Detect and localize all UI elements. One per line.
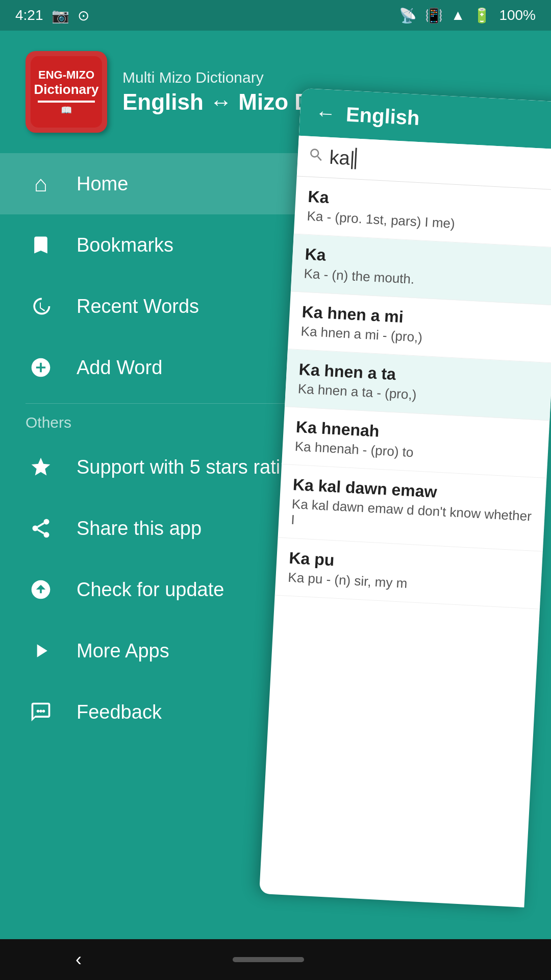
- svg-point-5: [37, 709, 40, 713]
- status-left: 4:21 📷 ⊙: [15, 7, 89, 24]
- status-right: 📡 📳 ▲ 🔋 100%: [399, 7, 536, 24]
- share-label: Share this app: [77, 518, 202, 540]
- app-subtitle: Multi Mizo Dictionary: [122, 69, 405, 86]
- add-word-label: Add Word: [77, 357, 162, 379]
- status-bar: 4:21 📷 ⊙ 📡 📳 ▲ 🔋 100%: [0, 0, 551, 31]
- battery-level: 100%: [499, 7, 536, 23]
- star-icon: [26, 452, 56, 482]
- overlay-title: English: [345, 103, 420, 129]
- svg-line-4: [38, 523, 44, 527]
- svg-point-6: [42, 709, 45, 713]
- search-input[interactable]: ka|: [329, 146, 357, 170]
- icon-line1: ENG-MIZO: [38, 68, 94, 82]
- more-apps-label: More Apps: [77, 640, 169, 662]
- feedback-icon: [26, 697, 56, 727]
- svg-point-1: [33, 526, 38, 531]
- share-icon: [26, 513, 56, 544]
- search-value: ka: [329, 146, 350, 169]
- wifi-icon: ▲: [451, 7, 465, 23]
- bookmarks-icon: [26, 230, 56, 260]
- main-content: ENG-MIZO Dictionary 📖 Multi Mizo Diction…: [0, 31, 551, 939]
- feedback-label: Feedback: [77, 701, 162, 723]
- home-icon: ⌂: [26, 168, 56, 199]
- icon-line2: Dictionary: [34, 82, 98, 97]
- add-icon: [26, 352, 56, 383]
- svg-point-0: [44, 519, 49, 525]
- back-button[interactable]: ←: [315, 101, 336, 125]
- battery-icon: 🔋: [473, 7, 491, 24]
- recent-words-label: Recent Words: [77, 296, 199, 317]
- svg-point-7: [39, 709, 42, 713]
- bottom-nav-bar: ‹: [0, 939, 551, 980]
- home-indicator: [233, 957, 304, 962]
- bookmarks-label: Bookmarks: [77, 234, 173, 256]
- camera-icon: 📷: [52, 7, 69, 24]
- record-icon: ⊙: [78, 7, 89, 24]
- vibrate-icon: 📳: [425, 7, 443, 24]
- svg-line-3: [38, 530, 44, 533]
- result-item-6[interactable]: Ka kal dawn emaw Ka kal dawn emaw d don'…: [278, 464, 547, 552]
- app-icon: ENG-MIZO Dictionary 📖: [26, 51, 107, 133]
- recent-icon: [26, 291, 56, 322]
- time: 4:21: [15, 7, 43, 23]
- search-results: Ka Ka - (pro. 1st, pars) I me) Ka Ka - (…: [275, 177, 551, 609]
- cast-icon: 📡: [399, 7, 417, 24]
- update-label: Check for update: [77, 579, 224, 601]
- update-icon: [26, 574, 56, 605]
- search-cursor: |: [349, 148, 357, 169]
- search-overlay-panel: ← English ka| Ka Ka - (pro. 1st, pars) I…: [259, 88, 551, 908]
- search-icon: [308, 146, 325, 167]
- back-nav-button[interactable]: ‹: [76, 949, 82, 970]
- svg-point-2: [44, 532, 49, 537]
- play-icon: [26, 635, 56, 666]
- home-label: Home: [77, 173, 128, 195]
